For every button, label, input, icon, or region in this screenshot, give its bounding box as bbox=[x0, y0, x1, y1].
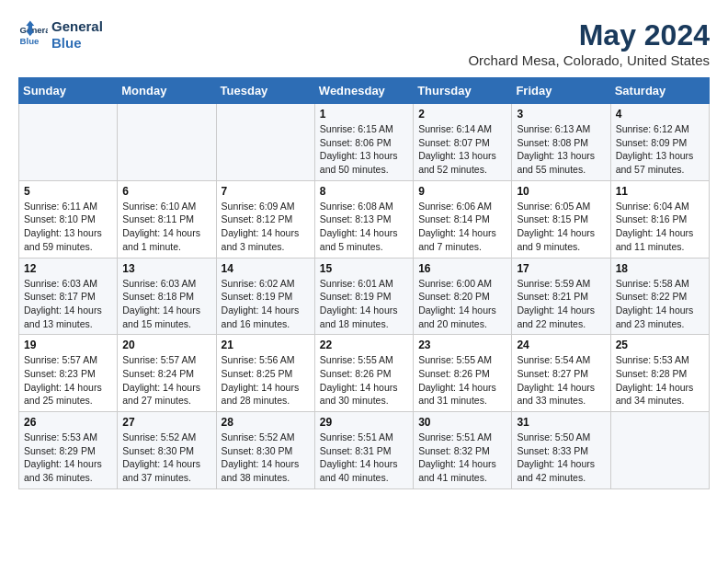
calendar-day: 7Sunrise: 6:09 AM Sunset: 8:12 PM Daylig… bbox=[216, 180, 314, 258]
weekday-header: Tuesday bbox=[216, 78, 314, 104]
svg-text:Blue: Blue bbox=[20, 36, 40, 46]
calendar-day: 24Sunrise: 5:54 AM Sunset: 8:27 PM Dayli… bbox=[512, 335, 610, 412]
calendar-day: 18Sunrise: 5:58 AM Sunset: 8:22 PM Dayli… bbox=[610, 258, 709, 335]
day-number: 18 bbox=[616, 262, 704, 275]
day-number: 16 bbox=[418, 262, 506, 275]
day-number: 14 bbox=[222, 262, 310, 275]
day-info: Sunrise: 6:00 AM Sunset: 8:20 PM Dayligh… bbox=[418, 277, 506, 331]
calendar-day: 28Sunrise: 5:52 AM Sunset: 8:30 PM Dayli… bbox=[216, 412, 314, 489]
day-number: 6 bbox=[122, 185, 210, 198]
day-info: Sunrise: 5:52 AM Sunset: 8:30 PM Dayligh… bbox=[222, 431, 310, 485]
day-info: Sunrise: 6:01 AM Sunset: 8:19 PM Dayligh… bbox=[320, 277, 408, 331]
weekday-header: Sunday bbox=[19, 78, 118, 104]
day-info: Sunrise: 5:59 AM Sunset: 8:21 PM Dayligh… bbox=[517, 277, 605, 331]
day-number: 23 bbox=[418, 339, 506, 351]
day-number: 13 bbox=[122, 262, 210, 275]
day-info: Sunrise: 5:52 AM Sunset: 8:30 PM Dayligh… bbox=[122, 431, 210, 485]
day-number: 15 bbox=[320, 262, 408, 275]
calendar-day: 14Sunrise: 6:02 AM Sunset: 8:19 PM Dayli… bbox=[216, 258, 314, 335]
day-number: 22 bbox=[320, 339, 408, 351]
calendar-table: SundayMondayTuesdayWednesdayThursdayFrid… bbox=[18, 77, 710, 489]
day-number: 31 bbox=[517, 416, 605, 429]
calendar-day: 16Sunrise: 6:00 AM Sunset: 8:20 PM Dayli… bbox=[414, 258, 512, 335]
day-number: 25 bbox=[616, 339, 704, 351]
calendar-day: 3Sunrise: 6:13 AM Sunset: 8:08 PM Daylig… bbox=[512, 104, 610, 181]
calendar-day: 25Sunrise: 5:53 AM Sunset: 8:28 PM Dayli… bbox=[610, 335, 709, 412]
calendar-day: 21Sunrise: 5:56 AM Sunset: 8:25 PM Dayli… bbox=[216, 335, 314, 412]
calendar-header: SundayMondayTuesdayWednesdayThursdayFrid… bbox=[19, 78, 710, 104]
calendar-day: 9Sunrise: 6:06 AM Sunset: 8:14 PM Daylig… bbox=[414, 180, 512, 258]
weekday-header: Thursday bbox=[414, 78, 512, 104]
day-info: Sunrise: 5:57 AM Sunset: 8:23 PM Dayligh… bbox=[24, 353, 112, 408]
calendar-empty bbox=[19, 104, 118, 181]
day-info: Sunrise: 6:06 AM Sunset: 8:14 PM Dayligh… bbox=[418, 200, 506, 254]
day-info: Sunrise: 5:55 AM Sunset: 8:26 PM Dayligh… bbox=[320, 353, 408, 408]
day-number: 1 bbox=[320, 108, 408, 121]
logo-icon: General Blue bbox=[18, 20, 48, 50]
day-number: 27 bbox=[122, 416, 210, 429]
day-number: 17 bbox=[517, 262, 605, 275]
calendar-day: 23Sunrise: 5:55 AM Sunset: 8:26 PM Dayli… bbox=[414, 335, 512, 412]
day-info: Sunrise: 5:51 AM Sunset: 8:31 PM Dayligh… bbox=[320, 431, 408, 485]
day-info: Sunrise: 5:51 AM Sunset: 8:32 PM Dayligh… bbox=[418, 431, 506, 485]
calendar-day: 13Sunrise: 6:03 AM Sunset: 8:18 PM Dayli… bbox=[118, 258, 216, 335]
day-number: 28 bbox=[222, 416, 310, 429]
day-info: Sunrise: 6:13 AM Sunset: 8:08 PM Dayligh… bbox=[517, 122, 605, 177]
calendar-day: 17Sunrise: 5:59 AM Sunset: 8:21 PM Dayli… bbox=[512, 258, 610, 335]
calendar-day: 19Sunrise: 5:57 AM Sunset: 8:23 PM Dayli… bbox=[19, 335, 118, 412]
day-number: 9 bbox=[418, 185, 506, 198]
page-header: General Blue General Blue May 2024 Orcha… bbox=[18, 18, 710, 68]
logo-line1: General bbox=[51, 18, 103, 35]
calendar-day: 2Sunrise: 6:14 AM Sunset: 8:07 PM Daylig… bbox=[414, 104, 512, 181]
weekday-header: Monday bbox=[118, 78, 216, 104]
calendar-day: 30Sunrise: 5:51 AM Sunset: 8:32 PM Dayli… bbox=[414, 412, 512, 489]
calendar-day: 8Sunrise: 6:08 AM Sunset: 8:13 PM Daylig… bbox=[314, 180, 413, 258]
calendar-empty bbox=[216, 104, 314, 181]
day-info: Sunrise: 6:11 AM Sunset: 8:10 PM Dayligh… bbox=[24, 200, 112, 254]
day-info: Sunrise: 5:57 AM Sunset: 8:24 PM Dayligh… bbox=[122, 353, 210, 408]
day-info: Sunrise: 5:56 AM Sunset: 8:25 PM Dayligh… bbox=[222, 353, 310, 408]
weekday-header: Friday bbox=[512, 78, 610, 104]
calendar-day: 1Sunrise: 6:15 AM Sunset: 8:06 PM Daylig… bbox=[314, 104, 413, 181]
calendar-day: 20Sunrise: 5:57 AM Sunset: 8:24 PM Dayli… bbox=[118, 335, 216, 412]
calendar-day: 27Sunrise: 5:52 AM Sunset: 8:30 PM Dayli… bbox=[118, 412, 216, 489]
day-info: Sunrise: 6:10 AM Sunset: 8:11 PM Dayligh… bbox=[122, 200, 210, 254]
calendar-day: 31Sunrise: 5:50 AM Sunset: 8:33 PM Dayli… bbox=[512, 412, 610, 489]
day-info: Sunrise: 6:12 AM Sunset: 8:09 PM Dayligh… bbox=[616, 122, 704, 177]
day-info: Sunrise: 5:58 AM Sunset: 8:22 PM Dayligh… bbox=[616, 277, 704, 331]
weekday-header: Wednesday bbox=[314, 78, 413, 104]
day-number: 20 bbox=[122, 339, 210, 351]
day-number: 26 bbox=[24, 416, 112, 429]
subtitle: Orchard Mesa, Colorado, United States bbox=[468, 52, 710, 68]
day-info: Sunrise: 5:53 AM Sunset: 8:29 PM Dayligh… bbox=[24, 431, 112, 485]
day-number: 24 bbox=[517, 339, 605, 351]
title-block: May 2024 Orchard Mesa, Colorado, United … bbox=[468, 18, 710, 68]
calendar-day: 4Sunrise: 6:12 AM Sunset: 8:09 PM Daylig… bbox=[610, 104, 709, 181]
day-number: 4 bbox=[616, 108, 704, 121]
day-info: Sunrise: 6:03 AM Sunset: 8:18 PM Dayligh… bbox=[122, 277, 210, 331]
day-number: 29 bbox=[320, 416, 408, 429]
day-number: 30 bbox=[418, 416, 506, 429]
day-info: Sunrise: 6:02 AM Sunset: 8:19 PM Dayligh… bbox=[222, 277, 310, 331]
day-number: 8 bbox=[320, 185, 408, 198]
day-info: Sunrise: 6:04 AM Sunset: 8:16 PM Dayligh… bbox=[616, 200, 704, 254]
calendar-day: 5Sunrise: 6:11 AM Sunset: 8:10 PM Daylig… bbox=[19, 180, 118, 258]
day-number: 19 bbox=[24, 339, 112, 351]
day-number: 7 bbox=[222, 185, 310, 198]
calendar-day: 29Sunrise: 5:51 AM Sunset: 8:31 PM Dayli… bbox=[314, 412, 413, 489]
day-number: 11 bbox=[616, 185, 704, 198]
day-info: Sunrise: 5:55 AM Sunset: 8:26 PM Dayligh… bbox=[418, 353, 506, 408]
calendar-day: 6Sunrise: 6:10 AM Sunset: 8:11 PM Daylig… bbox=[118, 180, 216, 258]
day-number: 21 bbox=[222, 339, 310, 351]
day-info: Sunrise: 6:09 AM Sunset: 8:12 PM Dayligh… bbox=[222, 200, 310, 254]
day-info: Sunrise: 5:54 AM Sunset: 8:27 PM Dayligh… bbox=[517, 353, 605, 408]
calendar-day: 11Sunrise: 6:04 AM Sunset: 8:16 PM Dayli… bbox=[610, 180, 709, 258]
calendar-day: 15Sunrise: 6:01 AM Sunset: 8:19 PM Dayli… bbox=[314, 258, 413, 335]
calendar-day: 26Sunrise: 5:53 AM Sunset: 8:29 PM Dayli… bbox=[19, 412, 118, 489]
day-number: 10 bbox=[517, 185, 605, 198]
calendar-day: 10Sunrise: 6:05 AM Sunset: 8:15 PM Dayli… bbox=[512, 180, 610, 258]
day-number: 5 bbox=[24, 185, 112, 198]
day-info: Sunrise: 6:03 AM Sunset: 8:17 PM Dayligh… bbox=[24, 277, 112, 331]
day-info: Sunrise: 6:08 AM Sunset: 8:13 PM Dayligh… bbox=[320, 200, 408, 254]
main-title: May 2024 bbox=[468, 18, 710, 52]
